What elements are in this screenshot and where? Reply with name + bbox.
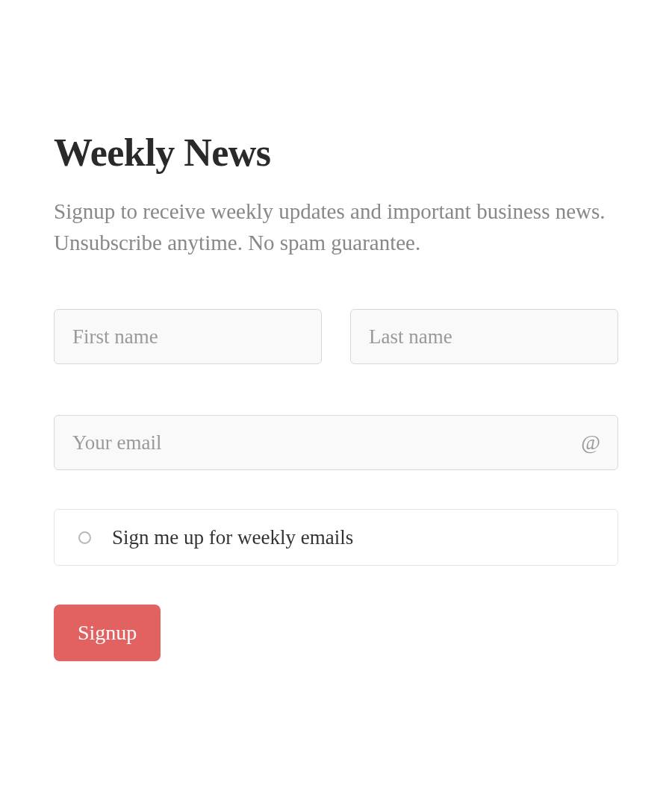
signup-button[interactable]: Signup <box>54 605 161 661</box>
circle-icon <box>78 531 91 544</box>
first-name-input[interactable] <box>54 309 322 364</box>
subscribe-label: Sign me up for weekly emails <box>112 526 353 549</box>
email-wrapper: @ <box>54 415 618 470</box>
name-row <box>54 309 618 364</box>
subscribe-checkbox-row[interactable]: Sign me up for weekly emails <box>54 509 618 566</box>
page-title: Weekly News <box>54 131 618 175</box>
email-input[interactable] <box>54 415 618 470</box>
last-name-input[interactable] <box>350 309 618 364</box>
first-name-wrapper <box>54 309 322 364</box>
email-row: @ <box>54 415 618 470</box>
last-name-wrapper <box>350 309 618 364</box>
page-description: Signup to receive weekly updates and imp… <box>54 196 618 258</box>
